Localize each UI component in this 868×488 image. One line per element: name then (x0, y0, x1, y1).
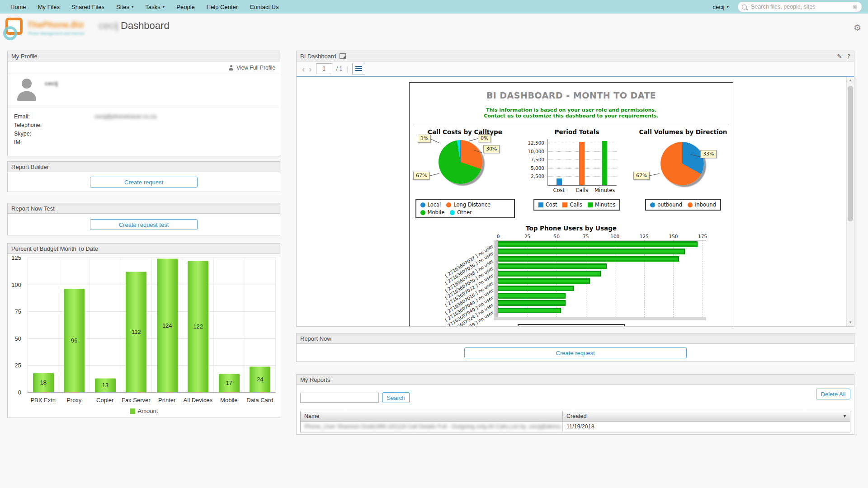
my-reports-controls: Search Delete All (297, 385, 854, 407)
axis-category-label: PBX Extn (28, 393, 59, 404)
report-charts-row: Call Costs by Calltype 0%30%67%3% LocalL… (410, 128, 733, 218)
clear-search-icon[interactable]: ⊗ (852, 4, 858, 10)
topnav-right: cecij ▾ ⊗ (712, 2, 868, 12)
legend-swatch (420, 210, 425, 215)
bar: 112 (126, 272, 146, 392)
legend-item: Local (420, 202, 441, 208)
scroll-down-icon[interactable]: ▼ (847, 319, 854, 326)
bar (498, 308, 561, 314)
report-now-create-request-button[interactable]: Create request (464, 347, 687, 358)
vertical-scrollbar[interactable]: ▲ ▼ (846, 77, 854, 326)
axis-category-label: All Devices (183, 393, 214, 404)
budget-chart-header: Percent of Budget Month To Date (8, 244, 280, 254)
legend-label: outbound (657, 202, 682, 208)
chart-column: 122 (183, 258, 214, 392)
user-menu[interactable]: cecij ▾ (712, 4, 729, 10)
app-header: ThePhone.Biz Phone Management and Intern… (0, 14, 868, 41)
table-row[interactable]: Phone_User Shannon Dodd,MM-181118 Call D… (301, 422, 850, 432)
report-now-header: Report Now (297, 333, 854, 344)
budget-legend: Amount (8, 408, 280, 414)
edit-pencil-icon[interactable]: ✎ (837, 52, 842, 61)
caret-down-icon: ▾ (163, 5, 165, 9)
call-volumes-chart: Call Volumes by Direction 33%67% outboun… (633, 128, 733, 218)
sort-caret-icon[interactable]: ▼ (843, 411, 847, 421)
nav-item-label: My Files (38, 4, 60, 10)
search-icon (742, 5, 747, 9)
reports-table: Name Created ▼ Phone_User Shannon Dodd,M… (300, 411, 850, 432)
column-header-name[interactable]: Name (301, 411, 562, 421)
report-builder-header: Report Builder (8, 162, 280, 172)
bar (498, 271, 601, 277)
gridline (703, 240, 703, 317)
reports-search-input[interactable] (300, 393, 379, 403)
avatar (15, 79, 38, 102)
axis-tick-label: 100 (11, 282, 21, 288)
legend-swatch (538, 202, 543, 207)
gridline (28, 285, 276, 285)
bar (602, 141, 607, 185)
page-total: / 1 (336, 66, 343, 72)
page-title-user: cecij (99, 20, 118, 31)
scrollbar-thumb[interactable] (848, 86, 853, 221)
nav-item-label: Tasks (146, 4, 160, 10)
create-request-button[interactable]: Create request (90, 177, 198, 188)
gear-icon[interactable]: ⚙ (854, 23, 861, 33)
profile-field-label: Skype: (14, 131, 94, 137)
bar (498, 249, 685, 254)
report-divider (413, 125, 729, 125)
bar (579, 142, 585, 185)
reports-table-body: Phone_User Shannon Dodd,MM-181118 Call D… (301, 422, 850, 432)
legend-swatch (420, 202, 425, 207)
call-costs-chart: Call Costs by Calltype 0%30%67%3% LocalL… (410, 128, 520, 218)
chart-column: 24 (245, 258, 276, 392)
bar-value-label: 112 (132, 328, 141, 335)
nav-item-people[interactable]: People (170, 4, 200, 10)
bar: 122 (188, 261, 208, 392)
axis-category-label: Data Card (245, 393, 276, 404)
nav-item-label: Home (10, 4, 26, 10)
nav-item-home[interactable]: Home (5, 4, 32, 10)
my-reports-panel: My Reports Search Delete All Name Create… (296, 374, 854, 435)
search-input[interactable] (750, 3, 852, 10)
legend-swatch (562, 202, 567, 207)
call-volumes-pie-area: 33%67% (633, 136, 733, 195)
next-page-icon[interactable]: › (309, 65, 311, 73)
report-list-icon[interactable] (352, 63, 365, 75)
bar-value-label: 13 (102, 382, 108, 389)
page-number-input[interactable] (316, 63, 332, 74)
bar-value-label: 124 (162, 322, 172, 329)
budget-plot: 1896131121241221724 (28, 258, 276, 393)
period-legend: CostCallsMinutes (533, 199, 620, 211)
pie-percent-label: 3% (418, 135, 431, 143)
column-header-created[interactable]: Created ▼ (562, 411, 850, 421)
reports-search-button[interactable]: Search (382, 392, 410, 403)
nav-item-my-files[interactable]: My Files (32, 4, 66, 10)
period-y-axis: 2,5005,0007,50010,00012,500 (520, 139, 547, 185)
report-builder-panel: Report Builder Create request (7, 161, 280, 192)
page-title: cecijDashboard (99, 20, 170, 32)
help-icon[interactable]: ? (847, 52, 850, 61)
delete-all-button[interactable]: Delete All (816, 389, 850, 399)
nav-item-shared-files[interactable]: Shared Files (66, 4, 110, 10)
company-logo[interactable]: ThePhone.Biz Phone Management and Intern… (5, 16, 99, 39)
bar: 124 (157, 258, 178, 392)
axis-tick-label: 7,500 (531, 157, 544, 162)
axis-tick-label: 75 (583, 234, 589, 239)
popout-icon[interactable] (340, 53, 346, 59)
nav-item-label: Shared Files (71, 4, 104, 10)
nav-item-tasks[interactable]: Tasks▾ (140, 4, 171, 10)
scroll-up-icon[interactable]: ▲ (847, 77, 854, 84)
nav-item-sites[interactable]: Sites▾ (110, 4, 139, 10)
report-name-cell[interactable]: Phone_User Shannon Dodd,MM-181118 Call D… (301, 422, 562, 432)
create-request-test-button[interactable]: Create request test (90, 219, 198, 230)
nav-item-contact-us[interactable]: Contact Us (244, 4, 284, 10)
view-full-profile-link[interactable]: View Full Profile (236, 65, 275, 71)
person-icon (228, 65, 234, 70)
report-now-test-panel: Report Now Test Create request test (7, 203, 280, 235)
nav-item-label: Contact Us (250, 4, 278, 10)
report-page: BI DASHBOARD - MONTH TO DATE This inform… (409, 82, 733, 326)
nav-item-help-center[interactable]: Help Center (201, 4, 244, 10)
chart-column: 124 (152, 258, 183, 392)
axis-tick-label: 25 (524, 234, 530, 239)
prev-page-icon[interactable]: ‹ (302, 65, 305, 73)
